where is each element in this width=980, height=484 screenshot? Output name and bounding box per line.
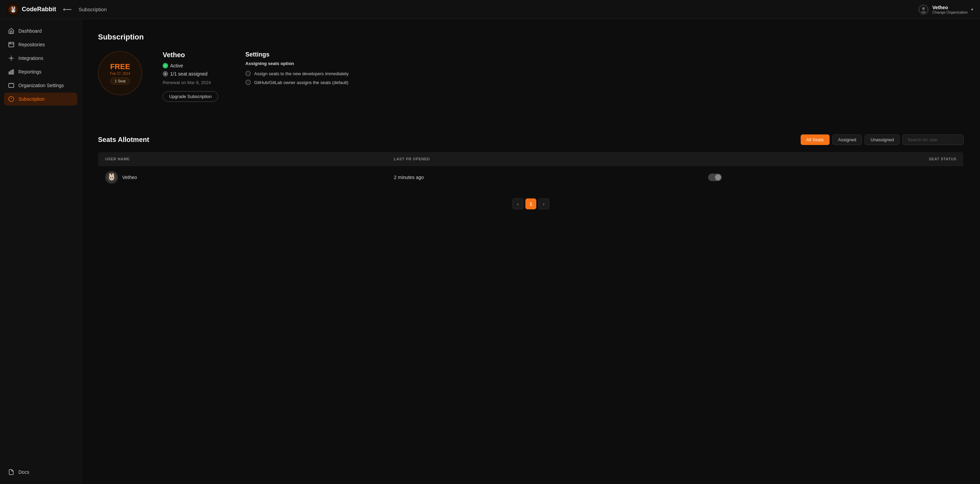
seats-table-body: Vetheo 2 minutes ago [98, 166, 964, 189]
subscription-section-title: Subscription [98, 33, 964, 41]
svg-rect-16 [9, 72, 10, 74]
sidebar-bottom: Docs [0, 466, 81, 479]
top-header: 🐰 CodeRabbit ⟵ Subscription Vetheo Chang… [0, 0, 980, 19]
status-label: Active [170, 63, 183, 68]
seats-filters: All Seats Assigned Unassigned [801, 134, 964, 145]
plan-status: Active [163, 63, 218, 68]
home-icon [8, 28, 14, 34]
plan-org-name: Vetheo [163, 51, 218, 59]
sidebar-item-label: Repositories [18, 42, 45, 47]
table-row: Vetheo 2 minutes ago [98, 166, 964, 189]
sidebar-item-label: Docs [18, 470, 29, 475]
radio-circle-default [245, 80, 251, 85]
user-avatar [105, 171, 118, 184]
sidebar-item-label: Organization Settings [18, 83, 64, 88]
settings-section: Settings Assigning seats option Assign s… [245, 51, 348, 118]
org-avatar [918, 4, 929, 15]
plan-assigned: ● 1/1 seat assigned [163, 71, 218, 76]
sidebar-item-dashboard[interactable]: Dashboard [4, 24, 77, 37]
filter-all-seats[interactable]: All Seats [801, 134, 830, 145]
plan-renewal: Renewal on Mar 8, 2024 [163, 80, 218, 85]
user-icon: ● [163, 71, 168, 76]
upgrade-subscription-button[interactable]: Upgrade Subscription [163, 91, 218, 102]
sidebar-item-integrations[interactable]: Integrations [4, 52, 77, 65]
plan-details: Vetheo Active ● 1/1 seat assigned Renewa… [163, 51, 218, 102]
svg-point-32 [111, 178, 112, 179]
docs-icon [8, 469, 14, 475]
col-last-pr: LAST PR OPENED [387, 152, 701, 166]
plan-date: Feb 27, 2024 [110, 72, 130, 76]
sidebar-item-org-settings[interactable]: Organization Settings [4, 79, 77, 92]
header-left: 🐰 CodeRabbit ⟵ Subscription [7, 3, 107, 16]
prev-page-button[interactable]: ‹ [512, 199, 523, 209]
sidebar-item-reportings[interactable]: Reportings [4, 65, 77, 78]
svg-point-29 [112, 173, 114, 177]
sidebar-item-label: Reportings [18, 69, 41, 75]
assigned-label: 1/1 seat assigned [170, 71, 208, 76]
org-info: Vetheo Change Organization [932, 5, 968, 14]
plan-seat-badge: 1 Seat [110, 78, 130, 84]
radio-label-default: GitHub/GitLab owner assigns the seats (d… [254, 80, 348, 85]
svg-point-28 [109, 173, 111, 177]
sidebar-nav: Dashboard Repositories Integrations Repo… [0, 24, 81, 105]
page-title: Subscription [79, 6, 107, 12]
sidebar-item-label: Dashboard [18, 28, 42, 34]
svg-rect-19 [9, 83, 14, 88]
last-pr-cell: 2 minutes ago [387, 166, 701, 189]
org-settings-icon [8, 82, 14, 89]
radio-label-immediate: Assign seats to the new developers immed… [254, 71, 348, 76]
seat-status-cell [701, 166, 964, 189]
collapse-sidebar-button[interactable]: ⟵ [62, 5, 73, 14]
user-cell: Vetheo [98, 166, 387, 189]
logo-text: CodeRabbit [22, 6, 56, 13]
svg-point-31 [112, 177, 113, 178]
assigning-seats-subtitle: Assigning seats option [245, 61, 348, 66]
filter-unassigned[interactable]: Unassigned [865, 134, 900, 145]
subscription-card: FREE Feb 27, 2024 1 Seat Vetheo Active ●… [98, 51, 218, 102]
main-content: Subscription FREE Feb 27, 2024 1 Seat Ve… [82, 19, 980, 484]
next-page-button[interactable]: › [538, 199, 549, 209]
main-layout: Dashboard Repositories Integrations Repo… [0, 19, 980, 484]
svg-text:🐰: 🐰 [10, 6, 17, 13]
bar-chart-icon [8, 69, 14, 75]
radio-circle-immediate [245, 71, 251, 76]
seats-section-header: Seats Allotment All Seats Assigned Unass… [98, 134, 964, 145]
page-1-button[interactable]: 1 [525, 199, 536, 209]
sidebar-item-label: Integrations [18, 56, 43, 61]
sidebar-item-subscription[interactable]: Subscription [4, 92, 77, 105]
chevron-down-icon: ▾ [971, 7, 973, 12]
username-label: Vetheo [122, 175, 137, 180]
org-change-label: Change Organization [932, 10, 968, 14]
sidebar-item-repositories[interactable]: Repositories [4, 38, 77, 51]
col-seat-status: SEAT STATUS [701, 152, 964, 166]
svg-rect-18 [13, 70, 14, 74]
svg-point-11 [11, 57, 12, 59]
seats-table-head: USER NAME LAST PR OPENED SEAT STATUS [98, 152, 964, 166]
org-name: Vetheo [932, 5, 968, 10]
svg-point-7 [921, 11, 926, 14]
sidebar-item-label: Subscription [18, 96, 45, 102]
org-switcher[interactable]: Vetheo Change Organization ▾ [918, 4, 973, 15]
subscription-icon [8, 96, 14, 102]
sidebar: Dashboard Repositories Integrations Repo… [0, 19, 82, 484]
seat-toggle[interactable] [708, 174, 722, 181]
radio-option-default[interactable]: GitHub/GitLab owner assigns the seats (d… [245, 80, 348, 85]
plan-name: FREE [110, 62, 130, 71]
repo-icon [8, 41, 14, 48]
svg-rect-8 [9, 42, 14, 47]
search-wrap [902, 134, 964, 145]
settings-title: Settings [245, 51, 348, 58]
search-user-input[interactable] [902, 134, 964, 145]
logo: 🐰 CodeRabbit [7, 3, 56, 16]
radio-option-immediate[interactable]: Assign seats to the new developers immed… [245, 71, 348, 76]
seats-title: Seats Allotment [98, 136, 149, 143]
sidebar-item-docs[interactable]: Docs [4, 466, 77, 479]
svg-point-30 [110, 177, 111, 178]
pagination: ‹ 1 › [98, 199, 964, 209]
active-status-dot [163, 63, 168, 68]
seats-table: USER NAME LAST PR OPENED SEAT STATUS [98, 152, 964, 189]
svg-point-6 [922, 7, 925, 10]
filter-assigned[interactable]: Assigned [832, 134, 862, 145]
plan-circle: FREE Feb 27, 2024 1 Seat [98, 51, 142, 95]
integrations-icon [8, 55, 14, 61]
